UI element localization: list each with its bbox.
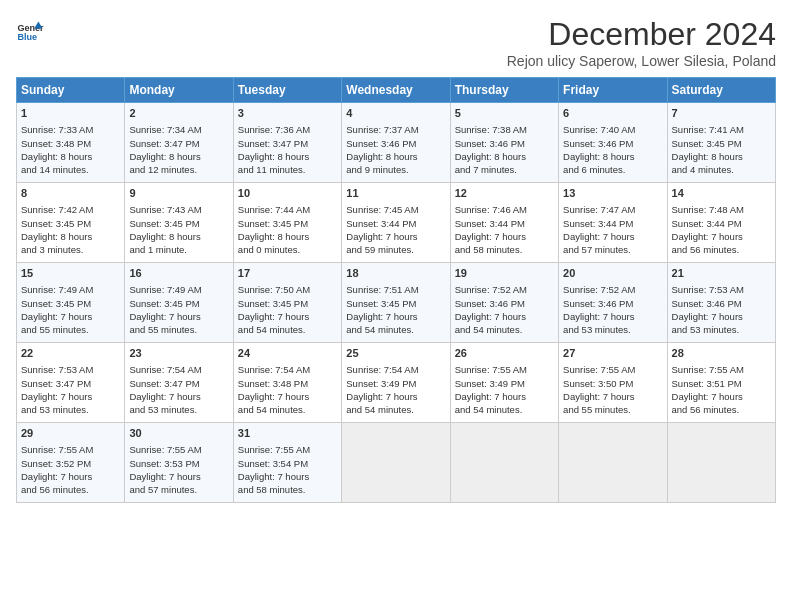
sunset-text: Sunset: 3:44 PM — [672, 218, 742, 229]
calendar-cell: 7Sunrise: 7:41 AMSunset: 3:45 PMDaylight… — [667, 103, 775, 183]
calendar-cell: 24Sunrise: 7:54 AMSunset: 3:48 PMDayligh… — [233, 343, 341, 423]
daylight-hours-text: Daylight: 7 hours — [672, 231, 743, 242]
sunset-text: Sunset: 3:45 PM — [672, 138, 742, 149]
daylight-minutes-text: and 54 minutes. — [455, 404, 523, 415]
calendar-cell: 4Sunrise: 7:37 AMSunset: 3:46 PMDaylight… — [342, 103, 450, 183]
calendar-cell: 23Sunrise: 7:54 AMSunset: 3:47 PMDayligh… — [125, 343, 233, 423]
day-number: 30 — [129, 426, 228, 441]
day-number: 5 — [455, 106, 554, 121]
daylight-minutes-text: and 6 minutes. — [563, 164, 625, 175]
day-number: 26 — [455, 346, 554, 361]
daylight-minutes-text: and 58 minutes. — [238, 484, 306, 495]
calendar-cell: 28Sunrise: 7:55 AMSunset: 3:51 PMDayligh… — [667, 343, 775, 423]
sunrise-text: Sunrise: 7:49 AM — [129, 284, 201, 295]
header-thursday: Thursday — [450, 78, 558, 103]
sunset-text: Sunset: 3:44 PM — [563, 218, 633, 229]
daylight-minutes-text: and 12 minutes. — [129, 164, 197, 175]
day-number: 23 — [129, 346, 228, 361]
calendar-cell: 5Sunrise: 7:38 AMSunset: 3:46 PMDaylight… — [450, 103, 558, 183]
sunrise-text: Sunrise: 7:55 AM — [238, 444, 310, 455]
sunset-text: Sunset: 3:47 PM — [238, 138, 308, 149]
day-number: 4 — [346, 106, 445, 121]
sunset-text: Sunset: 3:45 PM — [346, 298, 416, 309]
sunrise-text: Sunrise: 7:48 AM — [672, 204, 744, 215]
sunset-text: Sunset: 3:46 PM — [563, 138, 633, 149]
calendar-cell: 30Sunrise: 7:55 AMSunset: 3:53 PMDayligh… — [125, 423, 233, 503]
daylight-minutes-text: and 3 minutes. — [21, 244, 83, 255]
daylight-minutes-text: and 56 minutes. — [672, 404, 740, 415]
sunset-text: Sunset: 3:47 PM — [129, 378, 199, 389]
sunrise-text: Sunrise: 7:52 AM — [563, 284, 635, 295]
daylight-hours-text: Daylight: 7 hours — [563, 231, 634, 242]
day-number: 21 — [672, 266, 771, 281]
svg-text:Blue: Blue — [17, 32, 37, 42]
daylight-hours-text: Daylight: 7 hours — [455, 231, 526, 242]
calendar-week-1: 1Sunrise: 7:33 AMSunset: 3:48 PMDaylight… — [17, 103, 776, 183]
day-number: 22 — [21, 346, 120, 361]
calendar-cell: 22Sunrise: 7:53 AMSunset: 3:47 PMDayligh… — [17, 343, 125, 423]
daylight-minutes-text: and 11 minutes. — [238, 164, 306, 175]
daylight-hours-text: Daylight: 7 hours — [346, 391, 417, 402]
daylight-minutes-text: and 53 minutes. — [129, 404, 197, 415]
daylight-hours-text: Daylight: 8 hours — [238, 151, 309, 162]
daylight-hours-text: Daylight: 7 hours — [238, 471, 309, 482]
sunrise-text: Sunrise: 7:54 AM — [129, 364, 201, 375]
sunset-text: Sunset: 3:44 PM — [346, 218, 416, 229]
calendar-cell: 31Sunrise: 7:55 AMSunset: 3:54 PMDayligh… — [233, 423, 341, 503]
daylight-hours-text: Daylight: 7 hours — [21, 471, 92, 482]
sunrise-text: Sunrise: 7:44 AM — [238, 204, 310, 215]
daylight-hours-text: Daylight: 8 hours — [672, 151, 743, 162]
daylight-hours-text: Daylight: 8 hours — [563, 151, 634, 162]
day-number: 14 — [672, 186, 771, 201]
daylight-minutes-text: and 54 minutes. — [455, 324, 523, 335]
header-tuesday: Tuesday — [233, 78, 341, 103]
daylight-minutes-text: and 54 minutes. — [346, 324, 414, 335]
calendar-week-4: 22Sunrise: 7:53 AMSunset: 3:47 PMDayligh… — [17, 343, 776, 423]
sunrise-text: Sunrise: 7:41 AM — [672, 124, 744, 135]
day-number: 6 — [563, 106, 662, 121]
day-number: 15 — [21, 266, 120, 281]
calendar-cell: 17Sunrise: 7:50 AMSunset: 3:45 PMDayligh… — [233, 263, 341, 343]
day-number: 11 — [346, 186, 445, 201]
sunrise-text: Sunrise: 7:34 AM — [129, 124, 201, 135]
daylight-hours-text: Daylight: 8 hours — [129, 231, 200, 242]
sunset-text: Sunset: 3:45 PM — [238, 298, 308, 309]
calendar-cell: 16Sunrise: 7:49 AMSunset: 3:45 PMDayligh… — [125, 263, 233, 343]
title-block: December 2024 Rejon ulicy Saperow, Lower… — [507, 16, 776, 69]
calendar-cell — [667, 423, 775, 503]
calendar-cell: 9Sunrise: 7:43 AMSunset: 3:45 PMDaylight… — [125, 183, 233, 263]
sunset-text: Sunset: 3:51 PM — [672, 378, 742, 389]
calendar-cell: 2Sunrise: 7:34 AMSunset: 3:47 PMDaylight… — [125, 103, 233, 183]
sunset-text: Sunset: 3:45 PM — [129, 298, 199, 309]
sunset-text: Sunset: 3:47 PM — [21, 378, 91, 389]
sunrise-text: Sunrise: 7:38 AM — [455, 124, 527, 135]
calendar-week-2: 8Sunrise: 7:42 AMSunset: 3:45 PMDaylight… — [17, 183, 776, 263]
daylight-hours-text: Daylight: 7 hours — [672, 311, 743, 322]
daylight-hours-text: Daylight: 7 hours — [346, 311, 417, 322]
sunset-text: Sunset: 3:45 PM — [21, 218, 91, 229]
calendar-cell — [450, 423, 558, 503]
sunrise-text: Sunrise: 7:47 AM — [563, 204, 635, 215]
sunrise-text: Sunrise: 7:49 AM — [21, 284, 93, 295]
calendar-cell — [559, 423, 667, 503]
calendar-cell: 29Sunrise: 7:55 AMSunset: 3:52 PMDayligh… — [17, 423, 125, 503]
daylight-hours-text: Daylight: 7 hours — [455, 311, 526, 322]
daylight-minutes-text: and 7 minutes. — [455, 164, 517, 175]
day-number: 24 — [238, 346, 337, 361]
daylight-hours-text: Daylight: 8 hours — [129, 151, 200, 162]
sunrise-text: Sunrise: 7:33 AM — [21, 124, 93, 135]
day-number: 17 — [238, 266, 337, 281]
day-number: 20 — [563, 266, 662, 281]
daylight-minutes-text: and 53 minutes. — [672, 324, 740, 335]
calendar-cell: 14Sunrise: 7:48 AMSunset: 3:44 PMDayligh… — [667, 183, 775, 263]
header-wednesday: Wednesday — [342, 78, 450, 103]
calendar-cell: 19Sunrise: 7:52 AMSunset: 3:46 PMDayligh… — [450, 263, 558, 343]
calendar-cell: 3Sunrise: 7:36 AMSunset: 3:47 PMDaylight… — [233, 103, 341, 183]
calendar-table: Sunday Monday Tuesday Wednesday Thursday… — [16, 77, 776, 503]
daylight-minutes-text: and 55 minutes. — [129, 324, 197, 335]
calendar-cell: 10Sunrise: 7:44 AMSunset: 3:45 PMDayligh… — [233, 183, 341, 263]
day-number: 18 — [346, 266, 445, 281]
day-number: 7 — [672, 106, 771, 121]
sunrise-text: Sunrise: 7:55 AM — [672, 364, 744, 375]
daylight-minutes-text: and 54 minutes. — [238, 404, 306, 415]
